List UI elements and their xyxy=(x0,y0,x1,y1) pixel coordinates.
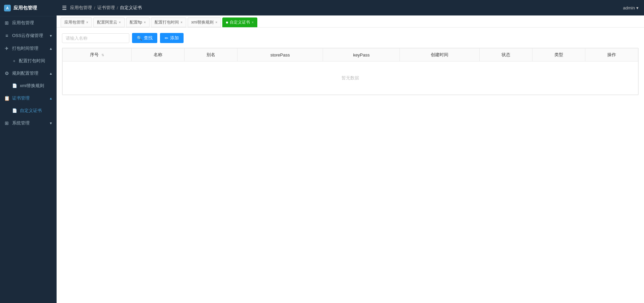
breadcrumb: 应用包管理 / 证书管理 / 自定义证书 xyxy=(70,5,142,11)
tab-app-label: 应用包管理 xyxy=(64,20,85,25)
col-keypass-label: keyPass xyxy=(353,52,369,58)
chevron-up-icon-rule: ▲ xyxy=(49,72,53,75)
tab-close-app[interactable]: × xyxy=(86,21,88,24)
chevron-up-icon-cert: ▲ xyxy=(49,97,53,100)
empty-text: 暂无数据 xyxy=(63,62,638,95)
sidebar-label-oss: OSS云存储管理 xyxy=(12,33,46,39)
sidebar-label-custom-cert: 自定义证书 xyxy=(20,108,42,114)
breadcrumb-sep-2: / xyxy=(117,5,118,10)
sidebar-label-pack-time: 打包时间管理 xyxy=(12,45,46,51)
sidebar-item-system-management[interactable]: ⊞ 系统管理 ▼ xyxy=(0,117,57,129)
plane-icon: ✈ xyxy=(4,46,9,51)
sidebar: A 应用包管理 ⊞ 应用包管理 ≡ OSS云存储管理 ▼ ✈ 打包时间管理 ▲ … xyxy=(0,0,57,303)
col-storepass: storePass xyxy=(237,48,323,62)
chevron-up-icon: ▲ xyxy=(49,47,53,50)
breadcrumb-app-management[interactable]: 应用包管理 xyxy=(70,5,92,11)
tab-close-ftp[interactable]: × xyxy=(144,21,146,24)
search-input[interactable] xyxy=(62,33,129,43)
tab-ftp-label: 配置ftp xyxy=(130,20,142,25)
doc-icon: 📄 xyxy=(12,108,17,113)
col-seq[interactable]: 序号 ⇅ xyxy=(63,48,132,62)
breadcrumb-cert-management[interactable]: 证书管理 xyxy=(97,5,115,11)
file-icon: 📄 xyxy=(12,83,17,88)
sidebar-label-xml-rule: xml替换规则 xyxy=(20,83,44,89)
col-status: 状态 xyxy=(480,48,533,62)
sidebar-header: A 应用包管理 xyxy=(0,0,57,16)
user-menu[interactable]: admin ▾ xyxy=(623,5,639,10)
user-dropdown-icon: ▾ xyxy=(636,5,639,10)
sidebar-item-rule-management[interactable]: ⚙ 规则配置管理 ▲ xyxy=(0,67,57,80)
add-icon: ✏ xyxy=(165,36,168,41)
col-name-label: 名称 xyxy=(154,52,162,57)
add-button-label: 添加 xyxy=(170,35,179,41)
breadcrumb-current: 自定义证书 xyxy=(120,5,142,11)
grid-icon: ⊞ xyxy=(4,20,9,26)
tab-close-custom-cert[interactable]: × xyxy=(252,21,254,24)
col-createtime-label: 创建时间 xyxy=(431,52,448,57)
sidebar-label-cert: 证书管理 xyxy=(12,95,46,101)
tab-close-xml-rule[interactable]: × xyxy=(215,21,217,24)
sidebar-item-oss-storage[interactable]: ≡ OSS云存储管理 ▼ xyxy=(0,29,57,42)
col-type: 类型 xyxy=(533,48,585,62)
tab-app-management[interactable]: 应用包管理 × xyxy=(61,17,92,27)
col-operation-label: 操作 xyxy=(607,52,616,57)
menu-toggle-icon[interactable]: ☰ xyxy=(62,5,67,11)
sidebar-label-rule: 规则配置管理 xyxy=(12,70,46,76)
sidebar-subitem-config-pack-time[interactable]: ＋ 配置打包时间 xyxy=(0,55,57,67)
empty-row: 暂无数据 xyxy=(63,62,638,95)
apps-icon: ⊞ xyxy=(4,120,9,126)
col-keypass: keyPass xyxy=(323,48,400,62)
tab-active-dot xyxy=(226,22,228,24)
list-icon: ≡ xyxy=(4,33,9,38)
chevron-down-icon-system: ▼ xyxy=(49,121,53,125)
col-seq-label: 序号 xyxy=(90,52,99,57)
tab-xml-rule-label: xml替换规则 xyxy=(191,20,214,25)
col-operation: 操作 xyxy=(585,48,638,62)
tab-ftp[interactable]: 配置ftp × xyxy=(126,17,150,27)
main-area: ☰ 应用包管理 / 证书管理 / 自定义证书 admin ▾ 应用包管理 × 配… xyxy=(57,0,644,303)
col-name: 名称 xyxy=(131,48,184,62)
tab-close-pack-time[interactable]: × xyxy=(181,21,183,24)
search-icon: 🔍 xyxy=(137,36,142,41)
sidebar-item-cert-management[interactable]: 📋 证书管理 ▲ xyxy=(0,92,57,105)
tabs-bar: 应用包管理 × 配置阿里云 × 配置ftp × 配置打包时间 × xml替换规则… xyxy=(57,15,644,28)
topbar: ☰ 应用包管理 / 证书管理 / 自定义证书 admin ▾ xyxy=(57,0,644,15)
sidebar-subitem-xml-rule[interactable]: 📄 xml替换规则 xyxy=(0,80,57,92)
col-type-label: 类型 xyxy=(554,52,563,57)
tab-custom-cert[interactable]: 自定义证书 × xyxy=(222,17,257,27)
sidebar-item-pack-time[interactable]: ✈ 打包时间管理 ▲ xyxy=(0,42,57,55)
content-area: 🔍 查找 ✏ 添加 序号 ⇅ 名称 xyxy=(57,28,644,303)
gear-icon: ⚙ xyxy=(4,71,9,76)
chevron-down-icon: ▼ xyxy=(49,34,53,38)
search-button-label: 查找 xyxy=(144,35,153,41)
sidebar-label-system: 系统管理 xyxy=(12,120,46,126)
tab-xml-rule[interactable]: xml替换规则 × xyxy=(188,17,221,27)
sidebar-subitem-custom-cert[interactable]: 📄 自定义证书 xyxy=(0,105,57,117)
col-status-label: 状态 xyxy=(502,52,510,57)
sidebar-label-app: 应用包管理 xyxy=(12,20,53,26)
search-button[interactable]: 🔍 查找 xyxy=(132,33,157,43)
col-alias-label: 别名 xyxy=(206,52,215,57)
plus-icon: ＋ xyxy=(12,58,16,64)
sidebar-app-name: 应用包管理 xyxy=(13,5,37,11)
tab-aliyun-label: 配置阿里云 xyxy=(97,20,117,25)
col-createtime: 创建时间 xyxy=(400,48,480,62)
sort-seq-icon[interactable]: ⇅ xyxy=(101,53,104,57)
tab-close-aliyun[interactable]: × xyxy=(119,21,121,24)
tab-pack-time[interactable]: 配置打包时间 × xyxy=(151,17,186,27)
user-name: admin xyxy=(623,5,635,10)
col-storepass-label: storePass xyxy=(270,52,290,58)
toolbar: 🔍 查找 ✏ 添加 xyxy=(62,33,639,43)
data-table: 序号 ⇅ 名称 别名 storePass keyPa xyxy=(62,48,638,95)
breadcrumb-sep-1: / xyxy=(94,5,95,10)
cert-icon: 📋 xyxy=(4,96,9,101)
tab-pack-time-label: 配置打包时间 xyxy=(155,20,179,25)
sidebar-label-config-pack-time: 配置打包时间 xyxy=(19,58,45,64)
sidebar-item-app-management[interactable]: ⊞ 应用包管理 xyxy=(0,16,57,29)
tab-custom-cert-label: 自定义证书 xyxy=(230,20,250,25)
data-table-wrapper: 序号 ⇅ 名称 别名 storePass keyPa xyxy=(62,48,639,95)
add-button[interactable]: ✏ 添加 xyxy=(160,33,184,43)
col-alias: 别名 xyxy=(184,48,237,62)
tab-aliyun[interactable]: 配置阿里云 × xyxy=(93,17,125,27)
app-logo-icon: A xyxy=(4,5,11,11)
